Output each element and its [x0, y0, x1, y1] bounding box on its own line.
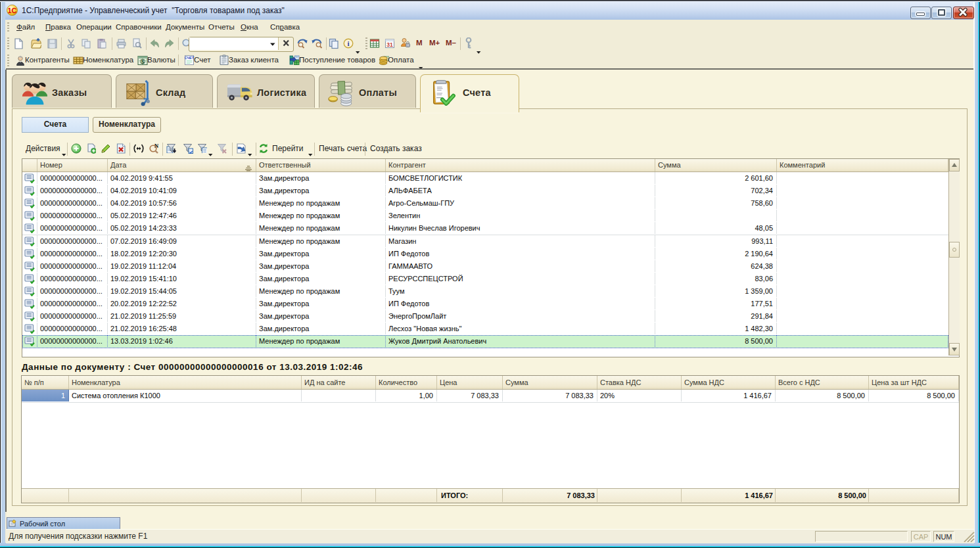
svg-text:1С: 1С [7, 7, 16, 14]
svg-text:i: i [347, 39, 349, 47]
svg-text:31: 31 [386, 41, 393, 48]
svg-text:$: $ [141, 58, 145, 65]
svg-text:N: N [154, 143, 159, 149]
svg-text:СЧЕТ: СЧЕТ [185, 56, 195, 60]
